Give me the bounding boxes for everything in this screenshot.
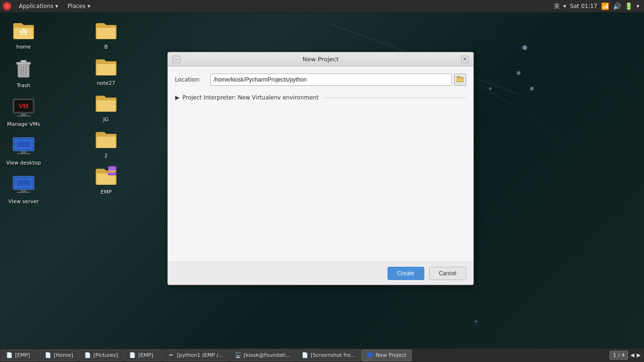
desktop-icon-home[interactable]: home xyxy=(5,19,42,50)
svg-rect-26 xyxy=(17,153,30,154)
taskbar-label-screenshot: [Screenshot fro... xyxy=(311,352,355,358)
desktop-icon-B[interactable]: B xyxy=(87,19,125,50)
applications-menu[interactable]: Applications ▾ xyxy=(14,0,63,13)
svg-point-11 xyxy=(6,5,8,8)
battery-icon: 🔋 xyxy=(625,2,633,10)
menubar-left: Applications ▾ Places ▾ xyxy=(0,0,554,13)
desktop-icon-trash[interactable]: Trash xyxy=(5,58,42,89)
clock: Sat 01:17 xyxy=(570,3,597,9)
pager-right-icon[interactable]: ▶ xyxy=(637,352,641,358)
wifi-icon: 📶 xyxy=(601,2,609,10)
taskbar-label-pictures: [Pictures] xyxy=(93,352,118,358)
taskbar-icon-home: 📄 xyxy=(45,352,51,359)
2-folder-icon xyxy=(95,128,117,150)
manage-vms-icon-label: Manage VMs xyxy=(6,121,41,128)
B-icon-label: B xyxy=(103,43,109,50)
taskbar-icon-emp: 📄 xyxy=(6,352,13,359)
applications-arrow-icon: ▾ xyxy=(55,3,58,9)
taskbar-right: 1 / 4 ◀ ▶ xyxy=(610,351,643,360)
EMP-icon-label: EMP xyxy=(99,189,113,196)
taskbar-label-python1: [python1 (EMP /... xyxy=(177,352,223,358)
interpreter-row[interactable]: ▶ Project Interpreter: New Virtualenv en… xyxy=(175,91,466,104)
taskbar-item-screenshot[interactable]: 📄 [Screenshot fro... xyxy=(297,350,361,361)
taskbar-icon-emp2: 📄 xyxy=(129,352,136,359)
menubar: Applications ▾ Places ▾ 英 ▾ Sat 01:17 📶 … xyxy=(0,0,644,13)
svg-text:EMP: EMP xyxy=(108,169,116,173)
close-button[interactable]: ✕ xyxy=(461,56,469,63)
location-label: Location: xyxy=(175,76,206,83)
cancel-button[interactable]: Cancel xyxy=(429,267,466,280)
svg-rect-39 xyxy=(368,358,372,358)
pager[interactable]: 1 / 4 xyxy=(610,351,628,360)
places-label: Places xyxy=(67,3,85,9)
taskbar-item-emp2[interactable]: 📄 [EMP] xyxy=(124,350,162,361)
language-indicator[interactable]: 英 xyxy=(554,2,560,10)
taskbar-item-home[interactable]: 📄 [Home] xyxy=(40,350,78,361)
taskbar-item-kiosk[interactable]: 🖥️ [kiosk@foundati... xyxy=(230,350,296,361)
pager-left-icon[interactable]: ◀ xyxy=(630,352,634,358)
B-folder-icon xyxy=(95,19,117,41)
home-icon-label: home xyxy=(15,43,32,50)
taskbar-icon-newproject xyxy=(367,352,373,359)
taskbar-icon-python1: ✏️ xyxy=(168,352,174,359)
svg-rect-27 xyxy=(17,141,30,147)
menubar-right: 英 ▾ Sat 01:17 📶 🔊 🔋 ▾ xyxy=(554,2,644,10)
location-input-wrapper xyxy=(210,74,466,86)
places-menu[interactable]: Places ▾ xyxy=(63,0,95,13)
taskbar-icon-kiosk: 🖥️ xyxy=(235,352,241,359)
JG-folder-icon xyxy=(95,91,117,114)
interpreter-label: Project Interpreter: New Virtualenv envi… xyxy=(182,94,319,101)
taskbar: 📄 [EMP] 📄 [Home] 📄 [Pictures] 📄 [EMP] ✏️… xyxy=(0,348,644,362)
taskbar-icon-screenshot: 📄 xyxy=(302,352,308,359)
volume-icon: 🔊 xyxy=(613,2,621,10)
dialog-footer: Create Cancel xyxy=(168,262,473,285)
system-arrow-icon: ▾ xyxy=(636,3,639,9)
desktop-icon-view-desktop[interactable]: View desktop xyxy=(5,135,42,166)
create-button[interactable]: Create xyxy=(388,267,424,280)
2-icon-label: 2 xyxy=(103,152,109,159)
svg-point-5 xyxy=(517,71,520,75)
svg-rect-25 xyxy=(21,151,26,153)
location-input[interactable] xyxy=(210,74,452,86)
svg-line-3 xyxy=(471,28,613,85)
new-project-dialog: – New Project ✕ Location: xyxy=(167,52,474,285)
view-desktop-icon xyxy=(12,135,35,157)
minimize-button[interactable]: – xyxy=(173,56,180,63)
desktop-icon-EMP[interactable]: EMP EMP xyxy=(87,164,125,196)
desktop-icon-note27[interactable]: note27 xyxy=(87,55,125,87)
svg-point-7 xyxy=(489,87,492,90)
taskbar-item-pictures[interactable]: 📄 [Pictures] xyxy=(79,350,123,361)
desktop-icon-view-server[interactable]: View server xyxy=(5,173,42,205)
taskbar-item-python1[interactable]: ✏️ [python1 (EMP /... xyxy=(163,350,228,361)
vm-icon: VM xyxy=(12,96,35,119)
taskbar-label-kiosk: [kiosk@foundati... xyxy=(244,352,291,358)
svg-rect-22 xyxy=(17,115,30,116)
desktop-icon-JG[interactable]: JG xyxy=(87,91,125,123)
trash-icon-label: Trash xyxy=(15,82,32,89)
dialog-content-area xyxy=(175,104,466,255)
svg-point-6 xyxy=(530,87,534,90)
location-row: Location: xyxy=(175,74,466,86)
language-arrow-icon: ▾ xyxy=(563,3,566,9)
dialog-title: New Project xyxy=(180,56,461,63)
svg-rect-30 xyxy=(21,190,26,192)
system-logo-icon xyxy=(2,1,12,11)
desktop: Applications ▾ Places ▾ 英 ▾ Sat 01:17 📶 … xyxy=(0,0,644,362)
view-desktop-icon-label: View desktop xyxy=(5,159,42,166)
browse-button[interactable] xyxy=(454,74,466,86)
svg-rect-38 xyxy=(369,357,371,358)
svg-rect-14 xyxy=(21,60,26,63)
dialog-titlebar: – New Project ✕ xyxy=(168,52,473,66)
desktop-icons-col1: home Trash VM xyxy=(5,19,42,205)
taskbar-icon-pictures: 📄 xyxy=(84,352,91,359)
taskbar-label-newproject: New Project xyxy=(376,352,406,358)
svg-text:VM: VM xyxy=(19,102,29,110)
desktop-icon-2[interactable]: 2 xyxy=(87,128,125,159)
svg-point-4 xyxy=(522,45,527,50)
desktop-icon-manage-vms[interactable]: VM Manage VMs xyxy=(5,96,42,128)
taskbar-item-emp[interactable]: 📄 [EMP] xyxy=(1,350,39,361)
taskbar-item-newproject[interactable]: New Project xyxy=(362,350,412,361)
EMP-icon: EMP xyxy=(95,164,117,187)
trash-icon xyxy=(12,58,35,80)
dialog-close-controls: ✕ xyxy=(461,56,469,63)
